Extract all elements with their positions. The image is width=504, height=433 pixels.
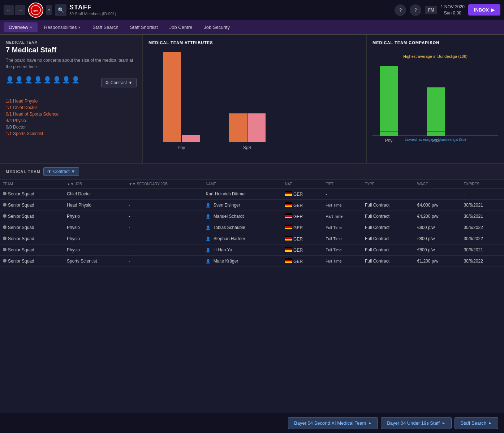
table-row[interactable]: Senior Squad Physio - 👤 Tobias Schäuble …: [0, 222, 504, 233]
comp-phy-bar: [380, 66, 398, 131]
nav-overview[interactable]: Overview ▼: [4, 22, 38, 32]
main-content-area: MEDICAL TEAM 7 Medical Staff The board h…: [0, 35, 504, 163]
nav-job-security[interactable]: Job Security: [199, 22, 235, 32]
team-dot-icon: [3, 259, 7, 263]
nav-staff-search[interactable]: Staff Search: [87, 22, 123, 32]
nav-responsibilities[interactable]: Responsibilities ▼: [39, 22, 86, 32]
chevron-down-icon: ▼: [29, 26, 33, 29]
player-icon: 👤: [206, 259, 211, 263]
flag-icon: [285, 191, 292, 196]
chevron-down-icon: ▼: [71, 169, 76, 174]
flag-icon: [285, 258, 292, 263]
team-dot-icon: [3, 248, 7, 251]
inbox-button[interactable]: INBOX ▶: [468, 4, 500, 16]
back-button[interactable]: ←: [4, 5, 14, 15]
col-job[interactable]: ▲▼ JOB: [64, 180, 126, 189]
filter-contract-button[interactable]: ⚙ Contract ▼: [101, 78, 137, 87]
flag-icon: [285, 202, 292, 207]
table-row[interactable]: Senior Squad Sports Scientist - 👤 Malte …: [0, 256, 504, 267]
left-panel: MEDICAL TEAM 7 Medical Staff The board h…: [0, 35, 143, 163]
center-panel: MEDICAL TEAM ATTRIBUTES Phy SpS: [143, 35, 367, 163]
col-team: TEAM: [0, 180, 64, 189]
nav-job-centre[interactable]: Job Centre: [164, 22, 198, 32]
player-icon: 👤: [206, 214, 211, 218]
staff-table: TEAM ▲▼ JOB ▼▼ SECONDARY JOB NAME NAT F/…: [0, 180, 504, 267]
comparison-chart-title: MEDICAL TEAM COMPARISON: [372, 40, 498, 45]
sort-up-icon: ▼▼: [129, 182, 136, 186]
col-name: NAME: [203, 180, 282, 189]
nav-staff-shortlist[interactable]: Staff Shortlist: [125, 22, 163, 32]
comp-sps-group: SpS: [427, 87, 445, 143]
sps-orange-bar: [229, 113, 247, 142]
bottom-bar: Bayer 04 Second XI Medical Team ► Bayer …: [0, 413, 504, 433]
secondary-nav: Overview ▼ Responsibilities ▼ Staff Sear…: [0, 20, 504, 35]
comp-sps-bar: [427, 87, 445, 131]
club-logo[interactable]: B04: [28, 3, 43, 18]
b04-u19-button[interactable]: Bayer 04 Under 19s Staff ►: [381, 417, 452, 429]
staff-role-list: 1/1 Head Physio 1/1 Chief Doctor 0/1 Hea…: [6, 99, 137, 136]
top-right-controls: ? ? FM 1 NOV 2020 Sun 0:00 INBOX ▶: [395, 4, 500, 16]
comparison-chart: Highest average in Bundesliga (108) Lowe…: [372, 49, 498, 157]
chevron-right-icon: ►: [488, 421, 492, 425]
comp-phy-label: Phy: [385, 138, 393, 143]
right-panel: MEDICAL TEAM COMPARISON Highest average …: [367, 35, 504, 163]
staff-search-button[interactable]: Staff Search ►: [455, 417, 498, 429]
section-description: The board have no concerns about the siz…: [6, 57, 137, 70]
b04-second-xi-button[interactable]: Bayer 04 Second XI Medical Team ►: [288, 417, 378, 429]
section-title: 7 Medical Staff: [6, 46, 137, 54]
player-icon: 👤: [206, 248, 211, 252]
flag-icon: [285, 225, 292, 229]
top-bar: ← → B04 ▼ 🔍 STAFF 39 Staff Members (ID:9…: [0, 0, 504, 20]
role-physio[interactable]: 4/4 Physio: [6, 118, 137, 123]
table-area: TEAM ▲▼ JOB ▼▼ SECONDARY JOB NAME NAT F/…: [0, 180, 504, 273]
role-head-sports-science[interactable]: 0/1 Head of Sports Science: [6, 112, 137, 117]
phy-label: Phy: [178, 145, 185, 150]
date-text: 1 NOV 2020: [441, 4, 465, 10]
col-secondary-job[interactable]: ▼▼ SECONDARY JOB: [126, 180, 203, 189]
attributes-bar-chart: Phy SpS: [148, 49, 361, 150]
global-search-button[interactable]: 🔍: [55, 4, 66, 16]
role-chief-doctor[interactable]: 1/1 Chief Doctor: [6, 105, 137, 110]
sps-bar-group: SpS: [229, 48, 266, 150]
help-icon-button[interactable]: ?: [395, 4, 406, 16]
comp-sps-small-bar: [427, 131, 445, 136]
inbox-chevron-icon: ▶: [491, 7, 495, 13]
forward-button[interactable]: →: [15, 5, 25, 15]
attributes-chart-title: MEDICAL TEAM ATTRIBUTES: [148, 40, 361, 45]
role-head-physio[interactable]: 1/1 Head Physio: [6, 99, 137, 104]
comp-phy-small-bar: [380, 131, 398, 136]
phy-bar-group: Phy: [163, 48, 200, 150]
staff-icons-row: 👤 👤 👤 👤 👤 👤 👤 👤: [6, 76, 79, 84]
comp-phy-group: Phy: [380, 66, 398, 143]
role-doctor[interactable]: 0/0 Doctor: [6, 125, 137, 130]
gear-icon: ⚙: [105, 80, 109, 85]
comp-sps-label: SpS: [432, 138, 440, 143]
flag-icon: [285, 213, 292, 218]
role-sports-scientist[interactable]: 1/1 Sports Scientist: [6, 131, 137, 136]
highest-line: [372, 60, 498, 60]
team-dot-icon: [3, 214, 7, 218]
table-row[interactable]: Senior Squad Physio - 👤 Manuel Schardt G…: [0, 211, 504, 222]
table-row[interactable]: Senior Squad Physio - 👤 Ill-Han Yu GER F…: [0, 244, 504, 256]
team-dot-icon: [3, 225, 7, 229]
table-row[interactable]: Senior Squad Chief Doctor - Karl-Heinric…: [0, 189, 504, 200]
eye-icon: 👁: [47, 169, 52, 174]
club-expand-button[interactable]: ▼: [46, 5, 52, 15]
svg-text:B04: B04: [34, 9, 38, 12]
comparison-bars: Phy SpS: [380, 66, 491, 143]
table-row[interactable]: Senior Squad Head Physio - 👤 Sven Elsing…: [0, 200, 504, 211]
section-label: MEDICAL TEAM: [6, 40, 137, 44]
table-row[interactable]: Senior Squad Physio - 👤 Stephan Hartner …: [0, 233, 504, 244]
highest-label: Highest average in Bundesliga (108): [403, 54, 468, 59]
contract-filter-button[interactable]: 👁 Contract ▼: [43, 167, 79, 176]
fm-badge: FM: [425, 6, 437, 14]
page-title: STAFF: [69, 4, 392, 11]
phy-pink-bar: [182, 135, 200, 142]
team-dot-icon: [3, 203, 7, 207]
chevron-down-icon: ▼: [128, 80, 133, 85]
player-icon: 👤: [206, 237, 211, 241]
time-text: Sun 0:00: [441, 10, 465, 16]
settings-icon-button[interactable]: ?: [410, 4, 421, 16]
col-fpt: F/PT: [323, 180, 362, 189]
phy-orange-bar: [163, 52, 181, 142]
